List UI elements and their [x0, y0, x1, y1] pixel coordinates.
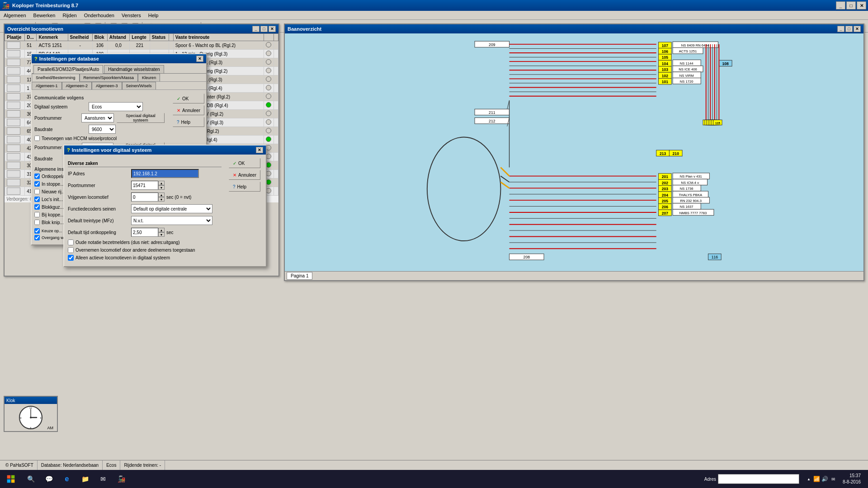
- db-tab-parallel[interactable]: Parallel63/OM32/Plaatjes/Auto: [33, 65, 103, 74]
- track-tab-page1[interactable]: Pagina 1: [287, 272, 312, 280]
- default-train-select[interactable]: N.v.t.: [131, 216, 212, 225]
- default-time-input[interactable]: [131, 228, 158, 237]
- menu-algemeen[interactable]: Algemeen: [0, 12, 30, 19]
- port-down-btn[interactable]: ▼: [158, 185, 165, 190]
- cell-extra: [274, 41, 278, 50]
- db-dialog-close[interactable]: ✕: [196, 56, 203, 62]
- menu-bar: Algemeen Bewerken Rijden Onderhouden Ven…: [0, 11, 868, 20]
- default-train-row: Default treintype (MFz) N.v.t.: [68, 216, 222, 225]
- status-database: Database: Nederlandsebaan: [38, 460, 103, 470]
- koploper-taskbar-icon[interactable]: 🚂: [112, 470, 130, 488]
- search-taskbar-icon[interactable]: 🔍: [22, 470, 40, 488]
- ip-input[interactable]: [131, 169, 199, 178]
- menu-vensters[interactable]: Vensters: [118, 12, 145, 19]
- tray-up-arrow-icon[interactable]: ▲: [805, 475, 813, 483]
- status-digital: Ecos: [103, 460, 120, 470]
- loco-panel-minimize[interactable]: _: [252, 26, 259, 32]
- db-tab-seinen[interactable]: Seinen/Wisels: [122, 82, 156, 89]
- track-panel-title: Baanoverzicht _ □ ✕: [285, 24, 863, 33]
- menu-rijden[interactable]: Rijden: [59, 12, 80, 19]
- col-afstand: Afstand: [107, 34, 129, 41]
- show-desktop-btn[interactable]: [864, 470, 868, 488]
- db-tab-snelheid[interactable]: Snelheid/Bestemming: [32, 74, 80, 82]
- db-tab-handmatig[interactable]: Handmatige wisselstraten: [104, 65, 164, 73]
- digital-ok-button[interactable]: ✓ OK: [229, 158, 260, 168]
- ip-label: IP Adres: [68, 171, 131, 176]
- db-tab-alg1[interactable]: Algemeen-1: [32, 82, 62, 89]
- loco-panel-title: Overzicht locomotieven _ □ ✕: [5, 24, 278, 33]
- explorer-taskbar-icon[interactable]: 📁: [76, 470, 94, 488]
- digital-dialog: ? Instellingen voor digitaal systeem ✕ D…: [63, 145, 267, 267]
- hccm-checkbox[interactable]: [34, 136, 40, 141]
- track-panel-maximize[interactable]: □: [845, 26, 853, 32]
- close-button[interactable]: ✕: [857, 1, 866, 9]
- track-panel-close[interactable]: ✕: [854, 26, 861, 32]
- address-input[interactable]: [718, 474, 799, 484]
- digital-cancel-button[interactable]: ✕ Annuleer: [229, 170, 260, 180]
- loco-table-row[interactable]: 51 ACTS 1251 - 106 0,0 221 Spoor 6 - Wac…: [5, 41, 278, 50]
- cell-extra: [274, 75, 278, 84]
- loco-panel-close[interactable]: ✕: [269, 26, 276, 32]
- default-time-down[interactable]: ▼: [158, 232, 165, 237]
- digital-help-button[interactable]: ? Help: [229, 182, 260, 192]
- port-spinner-input[interactable]: [131, 181, 158, 190]
- svg-text:NS ICM-4 v: NS ICM-4 v: [681, 181, 699, 185]
- func-decoders-label: Functiedecoders seinen: [68, 206, 131, 211]
- db-help-button[interactable]: ? Help: [173, 117, 204, 127]
- overnemen-checkbox[interactable]: [68, 247, 74, 253]
- port-spinner: ▲ ▼: [131, 181, 165, 190]
- db-tab-alg2[interactable]: Algemeen-2: [62, 82, 92, 89]
- cell-plaatje: [5, 41, 25, 50]
- tray-network-icon[interactable]: 📶: [813, 475, 821, 483]
- digital-dialog-close[interactable]: ✕: [256, 147, 263, 153]
- default-time-up[interactable]: ▲: [158, 228, 165, 232]
- maximize-button[interactable]: □: [846, 1, 856, 9]
- port-select[interactable]: Aansturen: [81, 113, 114, 122]
- digital-system-select[interactable]: Ecos: [89, 102, 143, 111]
- db-tab-remmen[interactable]: Remmen/Spoorktem/Massa: [80, 74, 138, 81]
- menu-onderhouden[interactable]: Onderhouden: [80, 12, 118, 19]
- tray-message-icon[interactable]: ✉: [829, 475, 837, 483]
- cell-extra: [274, 153, 278, 161]
- svg-point-132: [30, 417, 32, 418]
- menu-bewerken[interactable]: Bewerken: [30, 12, 59, 19]
- start-button[interactable]: [0, 470, 22, 488]
- col-kenmerk: Kenmerk: [37, 34, 68, 41]
- func-decoders-select[interactable]: Default op digitale centrale: [131, 204, 212, 213]
- cell-extra: [274, 144, 278, 153]
- default-time-row: Default tijd ontkoppeling ▲ ▼ sec: [68, 228, 222, 237]
- special-digital-btn[interactable]: Speciaal digitaal systeem: [117, 113, 165, 123]
- cell-blok: 106: [92, 41, 107, 50]
- cell-extra: [274, 58, 278, 67]
- alleen-actieve-checkbox[interactable]: [68, 255, 74, 261]
- status-indicator: [264, 93, 274, 101]
- free-loco-up[interactable]: ▲: [158, 192, 165, 197]
- cell-plaatje: [5, 101, 25, 110]
- db-cancel-button[interactable]: ✕ Annuleer: [173, 105, 204, 115]
- db-ok-button[interactable]: ✓ OK: [173, 94, 204, 103]
- baudrate-label: Baudrate: [34, 127, 89, 132]
- free-loco-down[interactable]: ▼: [158, 197, 165, 202]
- menu-help[interactable]: Help: [145, 12, 162, 19]
- track-panel-minimize[interactable]: _: [837, 26, 844, 32]
- oude-notatie-checkbox[interactable]: [68, 239, 74, 245]
- cortana-icon[interactable]: 💬: [40, 470, 58, 488]
- svg-text:202: 202: [662, 181, 669, 185]
- digital-port-row: Poortnummer ▲ ▼: [68, 181, 222, 190]
- mail-taskbar-icon[interactable]: ✉: [94, 470, 112, 488]
- free-loco-unit: sec (0 = nvt): [166, 195, 191, 200]
- free-loco-input[interactable]: [131, 192, 158, 202]
- port-up-btn[interactable]: ▲: [158, 181, 165, 185]
- minimize-button[interactable]: _: [836, 1, 845, 9]
- baudrate-select[interactable]: 9600: [89, 125, 116, 134]
- col-lengte: Lengte: [130, 34, 150, 41]
- loco-panel-maximize[interactable]: □: [260, 26, 268, 32]
- ie-taskbar-icon[interactable]: e: [58, 470, 76, 488]
- tray-volume-icon[interactable]: 🔊: [821, 475, 829, 483]
- digital-port-label: Poortnummer: [68, 183, 131, 188]
- svg-text:107: 107: [662, 43, 669, 48]
- port-row: Poortnummer Aansturen Speciaal digitaal …: [34, 113, 165, 123]
- cell-snelheid: -: [68, 41, 92, 50]
- db-tab-alg3[interactable]: Algemeen-3: [92, 82, 122, 89]
- db-tab-kleuren[interactable]: Kleuren: [138, 74, 160, 81]
